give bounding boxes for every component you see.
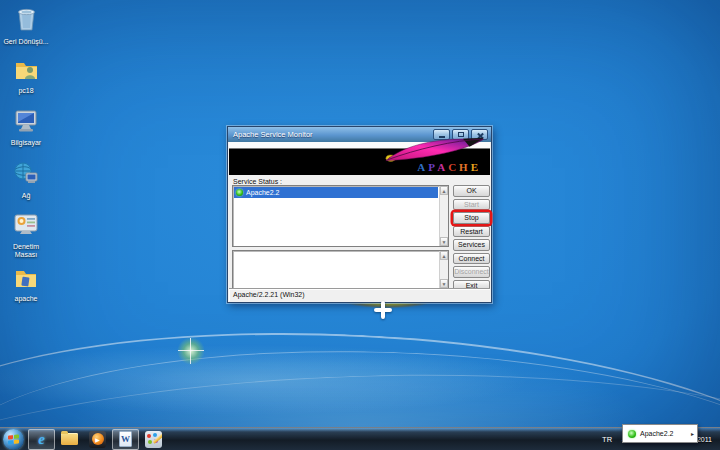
desktop-icon-apache-folder[interactable]: apache xyxy=(0,266,52,303)
log-list[interactable]: ▲ ▼ xyxy=(232,250,449,289)
taskbar-item-internet-explorer[interactable]: e xyxy=(28,429,55,450)
desktop: Geri Dönüşü... pc18 xyxy=(0,0,720,450)
wallpaper-sparkle xyxy=(176,336,206,366)
window-statusbar: Apache/2.2.21 (Win32) xyxy=(229,288,490,301)
computer-icon xyxy=(12,108,40,134)
start-button[interactable]: Start xyxy=(453,199,490,211)
taskbar-item-word[interactable]: W xyxy=(112,429,139,450)
windows-logo-icon xyxy=(8,434,19,444)
service-name: Apache2.2 xyxy=(246,189,279,196)
folder-icon xyxy=(61,433,78,445)
start-button[interactable] xyxy=(3,429,24,450)
service-row-apache22[interactable]: Apache2.2 xyxy=(234,187,438,198)
ok-button[interactable]: OK xyxy=(453,185,490,197)
folder-icon xyxy=(13,266,39,290)
apache-service-monitor-window: Apache Service Monitor xyxy=(227,126,492,303)
apache-banner: APACHE xyxy=(229,142,490,175)
tray-menu-service-name: Apache2.2 xyxy=(640,430,673,437)
scroll-down-button[interactable]: ▼ xyxy=(440,279,448,288)
word-icon: W xyxy=(119,431,132,447)
service-status-label: Service Status : xyxy=(233,178,282,185)
desktop-icon-label: Bilgisayar xyxy=(0,139,52,147)
scroll-down-button[interactable]: ▼ xyxy=(440,237,448,246)
connect-button[interactable]: Connect xyxy=(453,253,490,265)
network-icon xyxy=(12,161,40,187)
scroll-up-button[interactable]: ▲ xyxy=(440,251,448,260)
apache-feather-logo xyxy=(378,137,488,163)
desktop-icon-recycle-bin[interactable]: Geri Dönüşü... xyxy=(0,6,52,46)
internet-explorer-icon: e xyxy=(38,431,45,448)
taskbar-item-media-player[interactable]: ▶ xyxy=(84,429,111,450)
desktop-icon-computer[interactable]: Bilgisayar xyxy=(0,108,52,147)
apache-wordmark: APACHE xyxy=(417,161,481,173)
move-cursor xyxy=(374,301,392,319)
taskbar-item-explorer[interactable] xyxy=(56,429,83,450)
taskbar: e ▶ W TR ▲ 11.10.2011 xyxy=(0,427,720,450)
apache-running-icon xyxy=(628,430,636,438)
scroll-up-icon: ▲ xyxy=(442,253,447,259)
control-panel-icon xyxy=(12,212,40,238)
log-list-scrollbar[interactable]: ▲ ▼ xyxy=(439,251,448,288)
recycle-bin-icon xyxy=(13,6,40,33)
taskbar-item-paint[interactable] xyxy=(140,429,167,450)
service-running-icon xyxy=(236,189,243,196)
desktop-icon-label: Geri Dönüşü... xyxy=(0,38,52,46)
scroll-down-icon: ▼ xyxy=(442,239,447,245)
desktop-icon-label: Denetim Masası xyxy=(0,243,52,258)
desktop-icon-control-panel[interactable]: Denetim Masası xyxy=(0,212,52,258)
restart-button[interactable]: Restart xyxy=(453,226,490,238)
service-list-scrollbar[interactable]: ▲ ▼ xyxy=(439,186,448,246)
services-button[interactable]: Services xyxy=(453,239,490,251)
disconnect-button[interactable]: Disconnect xyxy=(453,266,490,278)
scroll-up-icon: ▲ xyxy=(442,188,447,194)
window-button-column: OK Start Stop Restart Services Connect D… xyxy=(453,185,490,291)
scroll-up-button[interactable]: ▲ xyxy=(440,186,448,195)
desktop-icon-pc18[interactable]: pc18 xyxy=(0,58,52,95)
scroll-down-icon: ▼ xyxy=(442,281,447,287)
desktop-icon-label: pc18 xyxy=(0,87,52,95)
language-indicator[interactable]: TR xyxy=(597,435,617,444)
desktop-icon-label: Ağ xyxy=(0,192,52,200)
window-title: Apache Service Monitor xyxy=(233,130,313,139)
desktop-icon-label: apache xyxy=(0,295,52,303)
media-player-icon: ▶ xyxy=(89,431,106,448)
desktop-icon-network[interactable]: Ağ xyxy=(0,161,52,200)
stop-button[interactable]: Stop xyxy=(453,212,490,224)
shared-folder-icon xyxy=(13,58,40,82)
service-status-list[interactable]: Apache2.2 ▲ ▼ xyxy=(232,185,449,247)
play-icon: ▶ xyxy=(95,436,100,443)
paint-icon xyxy=(145,431,162,448)
apache-tray-menu-item[interactable]: Apache2.2 ▸ xyxy=(622,424,698,443)
submenu-arrow-icon: ▸ xyxy=(691,430,694,437)
